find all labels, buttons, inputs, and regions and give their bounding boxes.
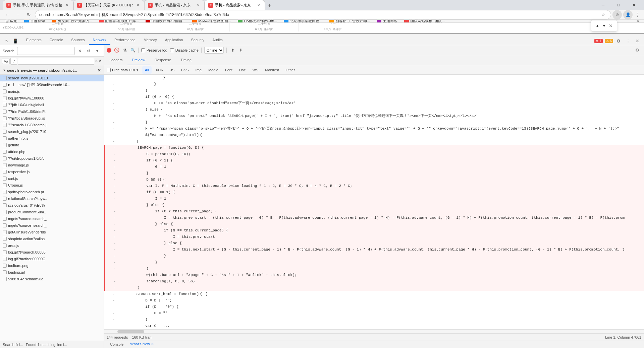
- file-item-11[interactable]: ??ui/dropdown/1.0/0/c: [0, 155, 104, 162]
- resp-tab-response[interactable]: Response: [150, 55, 176, 65]
- search-clear-button[interactable]: ✕: [76, 47, 84, 55]
- minimize-button[interactable]: ─: [596, 0, 610, 10]
- file-item-29[interactable]: 5988704aNcbdab58e..: [0, 276, 104, 282]
- file-item-15[interactable]: Croper.js: [0, 182, 104, 189]
- file-checkbox-7[interactable]: [3, 130, 7, 134]
- tab-elements[interactable]: Elements: [22, 36, 46, 45]
- filter-tab-xhr[interactable]: XHR: [153, 66, 166, 74]
- bookmark-beijing[interactable]: 北京德易堂微商控...: [281, 20, 325, 23]
- resp-tab-timing[interactable]: Timing: [176, 55, 196, 65]
- file-item-20[interactable]: mgets?source=search_: [0, 215, 104, 222]
- filter-icon-button[interactable]: ⚗: [122, 48, 127, 53]
- file-item-26[interactable]: log.gif?t=other.00000C: [0, 256, 104, 262]
- devtools-settings-button[interactable]: ⚙: [633, 46, 641, 54]
- tab-1[interactable]: 京 手机 手机 手机通讯 [行情 价格 ✕: [3, 0, 73, 10]
- bookmark-tugugai[interactable]: 图怪兽-在线图片库...: [96, 20, 142, 23]
- tab-4[interactable]: 京 手机 - 商品搜索 - 京东 ✕: [205, 0, 265, 10]
- file-checkbox-22[interactable]: [3, 230, 7, 234]
- search-options-icon[interactable]: ▾: [94, 47, 101, 55]
- file-item-5[interactable]: ??js/localStorage0bj.js: [0, 115, 104, 122]
- file-checkbox-4[interactable]: [3, 110, 7, 114]
- disable-cache-checkbox[interactable]: [170, 48, 174, 52]
- bookmark-apps[interactable]: ⊞ 应用: [3, 20, 20, 23]
- file-item-27[interactable]: toolbars.png: [0, 262, 104, 269]
- tab-2[interactable]: 京 【天语N1】天语 (K-TOUCH) : ✕: [73, 0, 144, 10]
- bookmarks-overflow-button[interactable]: »: [635, 20, 641, 23]
- file-item-3[interactable]: ??jdf/1.0/0/unit/globall: [0, 101, 104, 108]
- filter-refresh-icon[interactable]: ↺: [99, 59, 102, 63]
- resp-tab-preview[interactable]: Preview: [127, 55, 150, 65]
- bookmark-maka[interactable]: MAKA海报,微图画...: [190, 20, 234, 23]
- search-refresh-icon[interactable]: ↺: [85, 47, 92, 55]
- product-card-1[interactable]: ¥5999.00 Apple iPhone 11 (A2223) 128GB 黑…: [28, 23, 88, 31]
- bookmark-team[interactable]: 团队网站模板_团队...: [401, 20, 447, 23]
- new-tab-button[interactable]: +: [265, 1, 274, 10]
- file-checkbox-9[interactable]: [3, 143, 7, 147]
- file-item-18[interactable]: scslog?args=0^%E6%: [0, 202, 104, 209]
- tab-sources[interactable]: Sources: [67, 36, 89, 45]
- file-item-selected[interactable]: search_new.js?2019110: [0, 75, 104, 81]
- tab-application[interactable]: Application: [161, 36, 187, 45]
- file-checkbox-15[interactable]: [3, 183, 7, 187]
- file-checkbox-23[interactable]: [3, 237, 7, 241]
- bookmark-cndesign[interactable]: 中国设计网-中国首...: [143, 20, 188, 23]
- file-checkbox-0[interactable]: [3, 76, 7, 80]
- file-item-28[interactable]: loading.gif: [0, 269, 104, 276]
- file-item-23[interactable]: shopInfo.action?callba: [0, 235, 104, 242]
- file-item-4[interactable]: 7?trimPath/1.0/0/trimP..: [0, 108, 104, 115]
- file-item-1[interactable]: main.js: [0, 88, 104, 95]
- file-item-12[interactable]: newImage.js: [0, 162, 104, 168]
- product-card-3[interactable]: ¥1799.00 荣耀V20 游戏手机 麒麟980芯片 魅眼全视屏 4800万深…: [165, 23, 225, 31]
- search-input[interactable]: [17, 47, 75, 55]
- file-checkbox-6[interactable]: [3, 123, 7, 127]
- menu-button[interactable]: ⋮: [634, 11, 641, 18]
- record-button[interactable]: [107, 48, 111, 53]
- bookmark-tuke[interactable]: 兔克素_设计元素的...: [49, 20, 95, 23]
- code-area[interactable]: - }- }- }- if (G >= 0) {- H += '<a class…: [104, 75, 644, 329]
- upload-button[interactable]: ⬆: [229, 47, 236, 54]
- file-item-2[interactable]: log.gif?t=www.100000: [0, 95, 104, 101]
- tab-2-close[interactable]: ✕: [135, 3, 141, 8]
- file-item-21[interactable]: mgets?source=search_: [0, 222, 104, 229]
- file-checkbox-25[interactable]: [3, 250, 7, 254]
- filter-tab-manifest[interactable]: Manifest: [262, 66, 282, 74]
- file-checkbox-5[interactable]: [3, 116, 7, 120]
- search-icon-button[interactable]: 🔍: [130, 48, 136, 53]
- tab-memory[interactable]: Memory: [140, 36, 161, 45]
- product-card-2[interactable]: ¥2299.00 荣耀20 游戏手机 4800万超广角AI四摄3200万美颜自拍…: [96, 23, 157, 31]
- file-checkbox-13[interactable]: [3, 170, 7, 174]
- tab-4-close[interactable]: ✕: [256, 3, 261, 8]
- file-close-icon[interactable]: ✕: [98, 68, 101, 73]
- maximize-button[interactable]: □: [611, 0, 626, 10]
- tab-performance[interactable]: Performance: [110, 36, 140, 45]
- filter-tab-other[interactable]: Other: [283, 66, 298, 74]
- product-card-4[interactable]: ¥1599.00 华为 HUAWEI nova 5z 麒麟810芯片 4800万…: [234, 23, 294, 31]
- horizontal-scrollbar[interactable]: [104, 329, 644, 333]
- devtools-mobile-icon[interactable]: 📱: [11, 37, 19, 45]
- file-item-17[interactable]: relationalSearch?keyw..: [0, 195, 104, 202]
- filter-tab-media[interactable]: Media: [206, 66, 221, 74]
- tab-console[interactable]: Console: [46, 36, 67, 45]
- case-sensitive-button[interactable]: Aa: [2, 59, 10, 64]
- file-checkbox-28[interactable]: [3, 270, 7, 274]
- file-item-16[interactable]: sprite-photo-search.pr: [0, 189, 104, 195]
- tab-audits[interactable]: Audits: [208, 36, 227, 45]
- file-item-13[interactable]: responsive.js: [0, 168, 104, 175]
- tab-1-close[interactable]: ✕: [64, 3, 70, 8]
- file-checkbox-24[interactable]: [3, 243, 7, 248]
- tab-3-close[interactable]: ✕: [196, 3, 201, 8]
- devtools-settings-icon[interactable]: ⚙: [614, 37, 623, 45]
- filter-tab-font[interactable]: Font: [222, 66, 235, 74]
- devtools-more-icon[interactable]: ⋮: [624, 37, 632, 45]
- filter-tab-js[interactable]: JS: [167, 66, 177, 74]
- file-checkbox-29[interactable]: [3, 277, 7, 281]
- extensions-button[interactable]: ⊕: [612, 10, 622, 19]
- close-button[interactable]: ✕: [627, 0, 641, 10]
- file-checkbox-16[interactable]: [3, 190, 7, 194]
- file-item-19[interactable]: productCommentSum..: [0, 209, 104, 215]
- back-button[interactable]: ←: [3, 10, 12, 19]
- file-item-25[interactable]: log.gif?t=search.00000: [0, 249, 104, 256]
- file-item-6[interactable]: ??search/1.0/0/search.j: [0, 122, 104, 128]
- file-checkbox-17[interactable]: [3, 197, 7, 201]
- bookmark-wangtong[interactable]: 王通博客: [374, 20, 400, 23]
